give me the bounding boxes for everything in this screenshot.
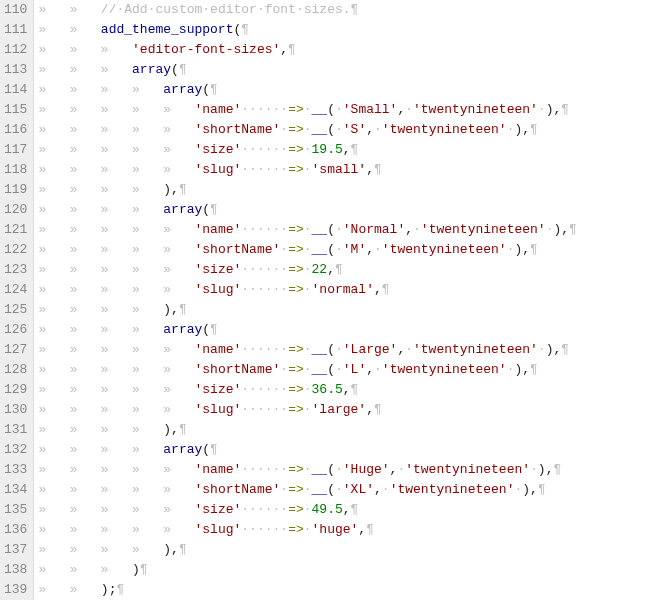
code-line[interactable]: » » » » ),¶ [34,180,659,200]
code-line[interactable]: » » » » array(¶ [34,440,659,460]
punct-token: , [366,162,374,177]
code-line[interactable]: » » » )¶ [34,560,659,580]
string-token: 'name' [195,102,242,117]
code-line[interactable]: » » » » » 'size'······=>·49.5,¶ [34,500,659,520]
space-whitespace-marker: ······ [241,342,288,357]
code-line[interactable]: » » » » array(¶ [34,320,659,340]
tab-whitespace-marker: » [70,382,101,397]
space-whitespace-marker: · [304,222,312,237]
code-line[interactable]: » » » » » 'size'······=>·19.5,¶ [34,140,659,160]
code-line[interactable]: » » » » ),¶ [34,300,659,320]
tab-whitespace-marker: » [38,442,69,457]
space-whitespace-marker: · [374,242,382,257]
string-token: 'M' [343,242,366,257]
tab-whitespace-marker: » [38,182,69,197]
tab-whitespace-marker: » [101,462,132,477]
code-line[interactable]: » » » » » 'size'······=>·36.5,¶ [34,380,659,400]
tab-whitespace-marker: » [101,122,132,137]
code-line[interactable]: » » » » » 'name'······=>·__(·'Huge',·'tw… [34,460,659,480]
number-token: 36.5 [312,382,343,397]
tab-whitespace-marker: » [70,42,101,57]
code-line[interactable]: » » » » » 'slug'······=>·'small',¶ [34,160,659,180]
space-whitespace-marker: · [304,482,312,497]
operator-token: => [288,262,304,277]
string-token: 'twentynineteen' [382,242,507,257]
code-line[interactable]: » » » » ),¶ [34,420,659,440]
eol-whitespace-marker: ¶ [179,542,187,557]
punct-token: ), [538,462,554,477]
punct-token: ( [202,322,210,337]
code-line[interactable]: » » » » » 'size'······=>·22,¶ [34,260,659,280]
line-number: 121 [0,220,33,240]
code-line[interactable]: » » » » array(¶ [34,200,659,220]
line-number: 139 [0,580,33,600]
function-token: __ [312,242,328,257]
space-whitespace-marker: · [304,522,312,537]
string-token: 'slug' [195,162,242,177]
space-whitespace-marker: ······ [241,502,288,517]
line-number: 116 [0,120,33,140]
code-line[interactable]: » » » » » 'slug'······=>·'large',¶ [34,400,659,420]
punct-token: ), [514,122,530,137]
tab-whitespace-marker: » [70,502,101,517]
space-whitespace-marker: ······ [241,522,288,537]
comment-token: sizes. [304,2,351,17]
code-line[interactable]: » » //·Add·custom·editor·font·sizes.¶ [34,0,659,20]
tab-whitespace-marker: » [70,242,101,257]
code-line[interactable]: » » » » » 'name'······=>·__(·'Large',·'t… [34,340,659,360]
code-line[interactable]: » » » » ),¶ [34,540,659,560]
punct-token: ( [171,62,179,77]
eol-whitespace-marker: ¶ [561,342,569,357]
string-token: 'shortName' [195,122,281,137]
tab-whitespace-marker: » [132,142,163,157]
space-whitespace-marker: · [335,482,343,497]
space-whitespace-marker: · [382,482,390,497]
code-line[interactable]: » » » » » 'shortName'·=>·__(·'S',·'twent… [34,120,659,140]
punct-token: ( [327,102,335,117]
space-whitespace-marker: · [304,282,312,297]
tab-whitespace-marker: » [70,2,101,17]
code-area[interactable]: » » //·Add·custom·editor·font·sizes.¶» »… [34,0,659,600]
code-line[interactable]: » » » » » 'name'······=>·__(·'Normal',·'… [34,220,659,240]
code-line[interactable]: » » » » » 'shortName'·=>·__(·'M',·'twent… [34,240,659,260]
tab-whitespace-marker: » [70,402,101,417]
punct-token: , [343,502,351,517]
tab-whitespace-marker: » [163,362,194,377]
punct-token: ( [202,442,210,457]
keyword-token: array [163,202,202,217]
string-token: 'name' [195,462,242,477]
tab-whitespace-marker: » [163,162,194,177]
code-line[interactable]: » » » » array(¶ [34,80,659,100]
string-token: 'size' [195,262,242,277]
tab-whitespace-marker: » [101,562,132,577]
comment-token: font [265,2,296,17]
tab-whitespace-marker: » [132,342,163,357]
tab-whitespace-marker: » [70,342,101,357]
eol-whitespace-marker: ¶ [366,522,374,537]
tab-whitespace-marker: » [132,322,163,337]
punct-token: ), [163,182,179,197]
eol-whitespace-marker: ¶ [288,42,296,57]
keyword-token: array [163,322,202,337]
code-line[interactable]: » » » » » 'name'······=>·__(·'Small',·'t… [34,100,659,120]
code-line[interactable]: » » » array(¶ [34,60,659,80]
line-number: 125 [0,300,33,320]
code-line[interactable]: » » » » » 'slug'······=>·'normal',¶ [34,280,659,300]
space-whitespace-marker: · [530,462,538,477]
tab-whitespace-marker: » [101,442,132,457]
space-whitespace-marker: ······ [241,402,288,417]
string-token: 'large' [312,402,367,417]
punct-token: ), [163,302,179,317]
tab-whitespace-marker: » [132,122,163,137]
code-line[interactable]: » » » » » 'shortName'·=>·__(·'XL',·'twen… [34,480,659,500]
code-line[interactable]: » » » » » 'slug'······=>·'huge',¶ [34,520,659,540]
eol-whitespace-marker: ¶ [382,282,390,297]
space-whitespace-marker: · [538,102,546,117]
code-line[interactable]: » » );¶ [34,580,659,600]
tab-whitespace-marker: » [132,282,163,297]
tab-whitespace-marker: » [38,22,69,37]
code-line[interactable]: » » add_theme_support(¶ [34,20,659,40]
tab-whitespace-marker: » [38,102,69,117]
code-line[interactable]: » » » 'editor-font-sizes',¶ [34,40,659,60]
code-line[interactable]: » » » » » 'shortName'·=>·__(·'L',·'twent… [34,360,659,380]
